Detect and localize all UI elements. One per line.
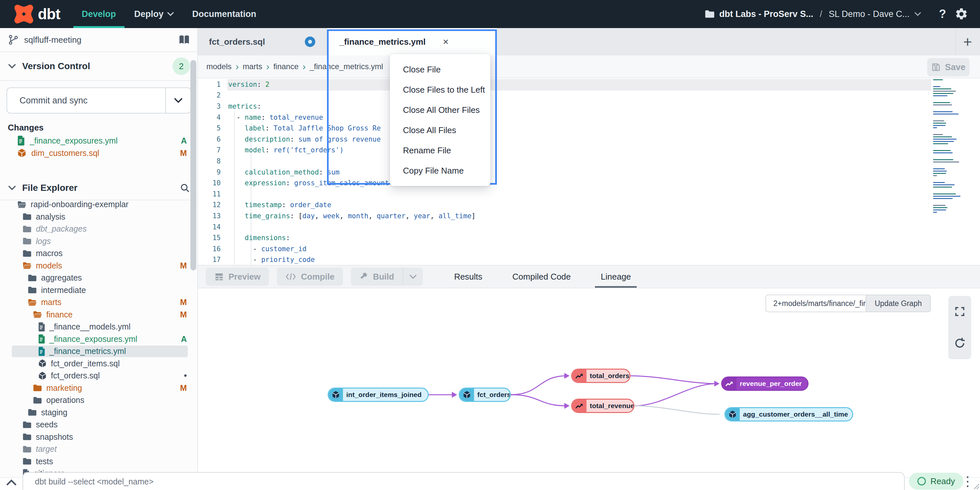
dbt-logo[interactable]: dbt bbox=[13, 3, 60, 25]
code-line[interactable]: 12 timestamp: order_date bbox=[198, 200, 931, 211]
status-badge[interactable]: Ready bbox=[909, 473, 963, 490]
nav-documentation[interactable]: Documentation bbox=[192, 0, 256, 28]
line-number: 4 bbox=[198, 113, 221, 121]
changes-count-badge: 2 bbox=[172, 57, 190, 75]
context-menu-item-close-file[interactable]: Close File bbox=[390, 59, 490, 80]
editor-minimap[interactable] bbox=[933, 79, 963, 262]
code-line[interactable]: 4 - name: total_revenue bbox=[198, 112, 931, 123]
code-line[interactable]: 14 bbox=[198, 222, 931, 233]
nav-develop[interactable]: Develop bbox=[82, 0, 116, 28]
code-line[interactable]: 10 expression: gross_item_sales_amount bbox=[198, 177, 931, 188]
command-input[interactable]: dbt build --select <model_name> bbox=[22, 472, 905, 490]
tree-item-seeds[interactable]: seeds bbox=[0, 418, 198, 431]
selector-input[interactable]: 2+models/marts/finance/_fir bbox=[765, 295, 865, 312]
new-tab-button[interactable]: + bbox=[961, 35, 975, 49]
tree-item-macros[interactable]: macros bbox=[0, 247, 198, 260]
update-graph-button[interactable]: Update Graph bbox=[865, 295, 931, 312]
context-menu-item-rename-file[interactable]: Rename File bbox=[390, 140, 490, 161]
commit-and-sync-button[interactable]: Commit and sync bbox=[6, 88, 191, 113]
file-search-button[interactable] bbox=[180, 183, 190, 193]
resize-handle-icon[interactable] bbox=[971, 481, 979, 489]
tree-item--finance-metrics-yml[interactable]: _finance_metrics.yml bbox=[0, 345, 198, 358]
gear-icon[interactable] bbox=[955, 7, 968, 21]
tree-item-rapid-onboarding-exemplar[interactable]: rapid-onboarding-exemplar bbox=[0, 198, 198, 211]
help-icon[interactable]: ? bbox=[939, 7, 946, 21]
tree-item-marts[interactable]: martsM bbox=[0, 296, 198, 309]
code-line[interactable]: 16 - customer_id bbox=[198, 243, 931, 254]
breadcrumb-item[interactable]: marts bbox=[243, 62, 262, 71]
tree-item-fct-order-items-sql[interactable]: fct_order_items.sql bbox=[0, 358, 198, 370]
code-line[interactable]: 5 label: Total Jaffle Shop Gross Re bbox=[198, 123, 931, 134]
minimap-line bbox=[933, 200, 963, 205]
file-tree-scrollbar[interactable] bbox=[190, 60, 196, 270]
minimap-line bbox=[933, 93, 953, 94]
tree-item-tests[interactable]: tests bbox=[0, 455, 198, 468]
nav-deploy[interactable]: Deploy bbox=[134, 0, 174, 28]
tree-item-logs[interactable]: logs bbox=[0, 235, 198, 247]
collapse-panel-button[interactable] bbox=[6, 479, 17, 487]
tree-item-marketing[interactable]: marketingM bbox=[0, 382, 198, 394]
preview-button[interactable]: Preview bbox=[206, 268, 269, 286]
reset-view-icon[interactable] bbox=[954, 337, 966, 350]
save-button[interactable]: Save bbox=[927, 58, 970, 77]
tree-item--finance-exposures-yml[interactable]: _finance_exposures.ymlA bbox=[0, 333, 198, 345]
context-menu-item-close-all-other-files[interactable]: Close All Other Files bbox=[390, 100, 490, 120]
code-line[interactable]: 13 time_grains: [day, week, month, quart… bbox=[198, 211, 931, 222]
tree-item-target[interactable]: target bbox=[0, 443, 198, 455]
tab-fct-orders[interactable]: fct_orders.sql bbox=[198, 28, 327, 56]
tree-item-dbt-packages[interactable]: dbt_packages bbox=[0, 223, 198, 235]
context-menu-item-close-files-to-the-left[interactable]: Close Files to the Left bbox=[390, 80, 490, 100]
lineage-node-total_revenue[interactable]: total_revenue bbox=[571, 399, 635, 413]
tree-item-snapshots[interactable]: snapshots bbox=[0, 431, 198, 443]
chevron-down-icon bbox=[167, 12, 174, 16]
code-line[interactable]: 1version: 2 bbox=[198, 79, 931, 90]
code-editor[interactable]: 1version: 223metrics:4 - name: total_rev… bbox=[198, 78, 980, 265]
tree-item-aggregates[interactable]: aggregates bbox=[0, 272, 198, 284]
tree-item-models[interactable]: modelsM bbox=[0, 260, 198, 272]
change-item[interactable]: _finance_exposures.ymlA bbox=[0, 134, 198, 147]
file-explorer-header[interactable]: File Explorer bbox=[0, 176, 198, 200]
tab-finance-metrics[interactable]: _finance_metrics.yml × bbox=[327, 28, 497, 56]
tree-item--finance-models-yml[interactable]: _finance__models.yml bbox=[0, 321, 198, 333]
docs-book-icon[interactable] bbox=[178, 35, 190, 45]
lineage-node-revenue_per_order[interactable]: revenue_per_order bbox=[721, 377, 808, 391]
tab-compiled-code[interactable]: Compiled Code bbox=[512, 265, 571, 288]
code-line[interactable]: 8 bbox=[198, 156, 931, 167]
tree-item-finance[interactable]: financeM bbox=[0, 309, 198, 321]
build-button[interactable]: Build bbox=[351, 268, 423, 286]
compile-button[interactable]: Compile bbox=[277, 268, 343, 286]
code-line[interactable]: 6 description: sum of gross revenue bbox=[198, 134, 931, 145]
tab-lineage[interactable]: Lineage bbox=[601, 265, 631, 288]
lineage-node-agg_customer_orders__all_time[interactable]: agg_customer_orders__all_time bbox=[724, 407, 853, 421]
tree-item-intermediate[interactable]: intermediate bbox=[0, 284, 198, 297]
tree-item-fct-orders-sql[interactable]: fct_orders.sql• bbox=[0, 370, 198, 382]
code-line[interactable]: 2 bbox=[198, 90, 931, 101]
tree-item-analysis[interactable]: analysis bbox=[0, 211, 198, 223]
cube-icon bbox=[460, 388, 474, 402]
change-item[interactable]: dim_customers.sqlM bbox=[0, 147, 198, 159]
build-options-caret[interactable] bbox=[402, 268, 423, 286]
close-icon[interactable]: × bbox=[443, 36, 449, 47]
code-line[interactable]: 11 bbox=[198, 188, 931, 200]
lineage-node-int_order_items_joined[interactable]: int_order_items_joined bbox=[328, 388, 429, 402]
tree-item-staging[interactable]: staging bbox=[0, 407, 198, 419]
breadcrumb-item[interactable]: models bbox=[206, 62, 231, 71]
breadcrumb-item[interactable]: _finance_metrics.yml bbox=[310, 62, 383, 71]
code-line[interactable]: 17 - priority_code bbox=[198, 254, 931, 265]
code-line[interactable]: 15 dimensions: bbox=[198, 232, 931, 243]
lineage-node-fct_orders[interactable]: fct_orders bbox=[459, 388, 511, 402]
tab-results[interactable]: Results bbox=[454, 265, 482, 288]
context-menu-item-copy-file-name[interactable]: Copy File Name bbox=[390, 161, 490, 181]
code-line[interactable]: 9 calculation_method: sum bbox=[198, 167, 931, 178]
breadcrumb-item[interactable]: finance bbox=[273, 62, 298, 71]
tree-item-operations[interactable]: operations bbox=[0, 394, 198, 407]
line-number: 12 bbox=[198, 201, 221, 209]
context-menu-item-close-all-files[interactable]: Close All Files bbox=[390, 120, 490, 140]
account-project-switcher[interactable]: dbt Labs - ProServ S... / SL Demo - Dave… bbox=[705, 9, 921, 19]
version-control-header[interactable]: Version Control 2 bbox=[0, 52, 198, 81]
code-line[interactable]: 7 model: ref('fct_orders') bbox=[198, 145, 931, 156]
fullscreen-icon[interactable] bbox=[954, 306, 966, 318]
commit-options-caret[interactable] bbox=[165, 88, 191, 113]
code-line[interactable]: 3metrics: bbox=[198, 101, 931, 112]
lineage-node-total_orders[interactable]: total_orders bbox=[571, 369, 630, 383]
